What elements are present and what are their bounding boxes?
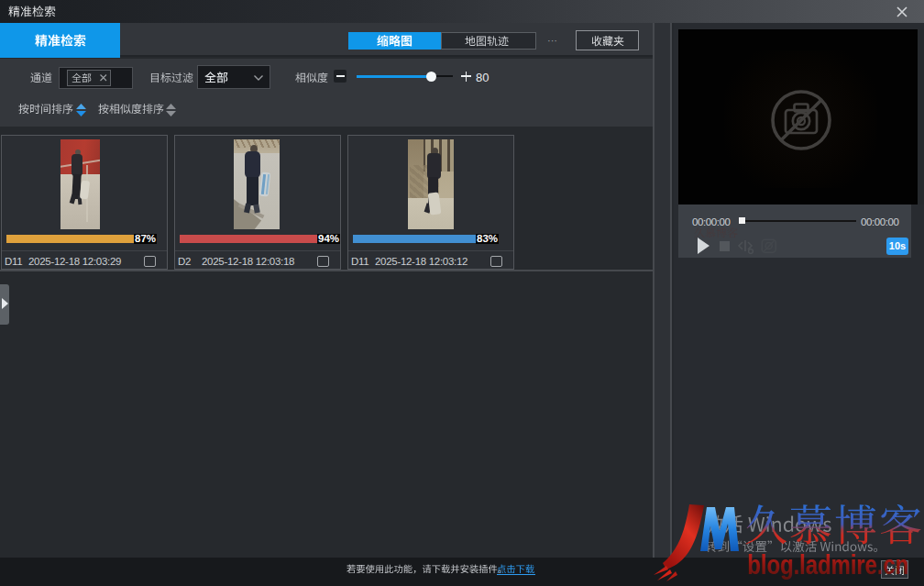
svg-text:blog.ladmire.cn: blog.ladmire.cn [747,550,908,580]
